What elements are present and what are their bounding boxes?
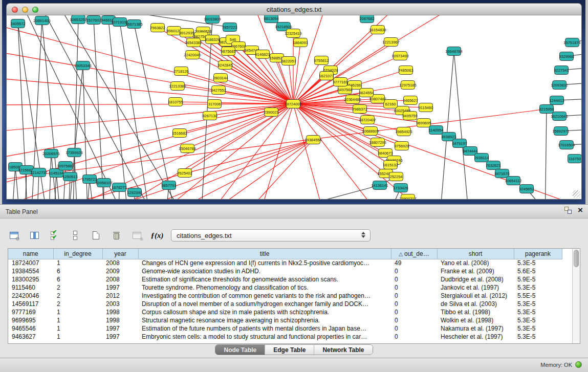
graph-node[interactable]: 12093832	[551, 81, 568, 90]
graph-edge[interactable]	[439, 51, 454, 200]
column-header-out-de-[interactable]: △out_de…	[391, 249, 437, 259]
table-cell[interactable]: Structural magnetic resonance image aver…	[138, 316, 391, 324]
graph-node[interactable]: 16210643	[551, 112, 568, 121]
graph-node[interactable]: 1244413	[549, 96, 564, 105]
graph-node[interactable]: 7485063	[398, 66, 413, 75]
graph-node[interactable]: 2935114	[474, 154, 489, 162]
table-cell[interactable]: Investigating the contribution of common…	[138, 292, 391, 300]
graph-node[interactable]: 12975185	[399, 81, 416, 90]
graph-node[interactable]: 9875685	[221, 47, 235, 56]
graph-node[interactable]: 9242845	[217, 61, 232, 70]
graph-node[interactable]: 1678273	[112, 183, 126, 192]
graph-node[interactable]: 1810755	[168, 98, 183, 106]
graph-node[interactable]: 8427552	[211, 86, 226, 95]
graph-node[interactable]: 17359928	[66, 148, 82, 157]
table-cell[interactable]: 2009	[102, 267, 138, 275]
table-cell[interactable]: 1	[53, 324, 102, 333]
table-cell[interactable]: 1	[53, 333, 102, 341]
table-cell[interactable]: Dudbridge et al. (2008)	[437, 275, 514, 283]
table-row[interactable]: 1456911722003Disruption of a novel membe…	[8, 300, 562, 308]
table-cell[interactable]: 22420046	[8, 292, 53, 300]
column-header-title[interactable]: title	[138, 249, 391, 259]
table-cell[interactable]: Changes of HCN gene expression and I(f) …	[138, 259, 391, 267]
graph-node[interactable]: 9146821	[255, 50, 270, 59]
column-header-in-degree[interactable]: in_degree	[53, 249, 102, 259]
table-cell[interactable]: Tourette syndrome. Phenomenology and cla…	[138, 283, 391, 292]
graph-node[interactable]: 20206576	[42, 149, 59, 158]
table-cell[interactable]: 49	[391, 259, 437, 267]
table-cell[interactable]: 1997	[102, 283, 138, 292]
table-cell[interactable]: 6	[53, 275, 102, 283]
select-all-rows-icon[interactable]: ✔ ✔	[48, 229, 61, 242]
table-cell[interactable]: Disruption of a novel member of a sodium…	[138, 300, 391, 308]
graph-node[interactable]: 20364486	[344, 95, 361, 104]
graph-node[interactable]: 14136141	[371, 181, 388, 190]
table-cell[interactable]: 0	[391, 292, 437, 300]
create-new-column-icon[interactable]	[89, 229, 102, 242]
table-cell[interactable]: Estimation of significance thresholds fo…	[138, 275, 391, 283]
table-cell[interactable]: 2	[53, 283, 102, 292]
table-cell[interactable]: Wolkin et al. (1998)	[437, 316, 514, 324]
graph-node[interactable]: 18724007	[285, 100, 301, 108]
table-cell[interactable]: 18724007	[8, 259, 53, 267]
table-cell[interactable]: Jankovic et al. (1997)	[437, 283, 514, 292]
table-cell[interactable]: 1	[53, 259, 102, 267]
graph-edge[interactable]	[7, 49, 293, 104]
graph-node[interactable]: 16671385	[125, 20, 142, 29]
table-cell[interactable]: 2	[53, 292, 102, 300]
table-cell[interactable]: Franke et al. (2009)	[437, 267, 514, 275]
table-cell[interactable]: 0	[391, 316, 437, 324]
table-cell[interactable]: 2012	[102, 292, 138, 300]
table-cell[interactable]: 6	[53, 267, 102, 275]
graph-node[interactable]: 9245652	[519, 185, 534, 193]
graph-node[interactable]: 10973493	[391, 52, 408, 60]
graph-node[interactable]: 2390021	[264, 108, 278, 117]
table-cell[interactable]: 5.3E-5	[514, 283, 562, 292]
table-row[interactable]: 1938455462009Genome-wide association stu…	[8, 267, 562, 275]
graph-node[interactable]: 12142737	[30, 168, 47, 177]
table-mode-icon[interactable]: ⚙	[7, 229, 20, 242]
table-cell[interactable]: Tibbo et al. (1998)	[437, 308, 514, 316]
table-cell[interactable]: Corpus callosum shape and size in male p…	[138, 308, 391, 316]
table-cell[interactable]: 0	[391, 333, 437, 341]
table-cell[interactable]: 5.3E-5	[514, 300, 562, 308]
column-header-short[interactable]: short	[437, 249, 514, 259]
graph-node[interactable]: 9857791	[161, 181, 176, 190]
graph-node[interactable]: 9756928	[394, 142, 409, 150]
graph-node[interactable]: 6479197	[452, 139, 467, 148]
table-scrollbar[interactable]	[572, 249, 580, 343]
graph-node[interactable]: 2405572	[10, 19, 25, 28]
graph-node[interactable]: 29053346	[74, 61, 91, 70]
graph-node[interactable]: 1621077	[319, 72, 334, 80]
graph-edge[interactable]	[293, 104, 581, 200]
graph-node[interactable]: 2087682	[359, 15, 374, 23]
table-row[interactable]: 2242004622012Investigating the contribut…	[8, 292, 562, 300]
graph-node[interactable]: 30975887	[57, 162, 74, 170]
column-header-pagerank[interactable]: pagerank	[514, 249, 562, 259]
graph-node[interactable]: 12213389	[169, 82, 186, 91]
graph-node[interactable]: 12325419	[285, 29, 301, 38]
graph-node[interactable]: 10653257	[70, 15, 86, 24]
tab-node-table[interactable]: Node Table	[215, 345, 265, 355]
tab-edge-table[interactable]: Edge Table	[265, 345, 314, 355]
table-row[interactable]: 946362711997Embryonic stem cells: a mode…	[8, 333, 562, 341]
graph-node[interactable]: 9777169	[333, 78, 347, 86]
table-cell[interactable]: 2008	[102, 259, 138, 267]
table-row[interactable]: 1872400712008Changes of HCN gene express…	[8, 259, 562, 267]
table-row[interactable]: 977716911998Corpus callosum shape and si…	[8, 308, 562, 316]
table-cell[interactable]: Yano et al. (2008)	[437, 259, 514, 267]
graph-node[interactable]: 9465627	[403, 96, 418, 105]
graph-node[interactable]: 6822057	[281, 57, 296, 65]
graph-node[interactable]: 9755812	[314, 56, 329, 65]
graph-node[interactable]: 19654923	[395, 127, 412, 136]
close-panel-icon[interactable]: ×	[578, 207, 583, 214]
table-row[interactable]: 969969511998Structural magnetic resonanc…	[8, 316, 562, 324]
graph-node[interactable]: 8912935	[179, 29, 194, 37]
graph-node[interactable]: 7986372	[352, 105, 367, 114]
graph-edge[interactable]	[62, 15, 190, 200]
graph-node[interactable]: 1292346	[127, 188, 142, 197]
table-cell[interactable]: Estimation of the future numbers of pati…	[138, 324, 391, 333]
graph-node[interactable]: 16033809	[204, 15, 221, 24]
graph-node[interactable]: 16543382	[185, 38, 202, 47]
table-cell[interactable]: 9463627	[8, 333, 53, 341]
